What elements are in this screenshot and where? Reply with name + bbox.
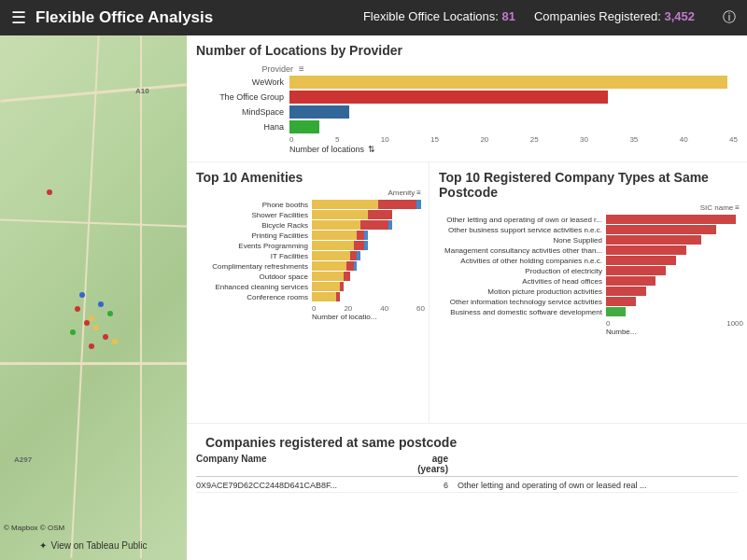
company-bar-row: Activities of head offices bbox=[433, 276, 743, 286]
amenities-chart-inner: Amenity ≡ Phone booths Shower Facilities… bbox=[187, 189, 429, 321]
amenity-blue bbox=[416, 200, 422, 209]
charts-panel: Number of Locations by Provider Provider… bbox=[187, 35, 747, 560]
amenity-yellow bbox=[312, 220, 360, 230]
amenity-red bbox=[344, 272, 350, 281]
amenity-yellow bbox=[312, 292, 336, 301]
amenity-yellow bbox=[312, 241, 354, 250]
provider-track bbox=[289, 91, 738, 104]
col-header-type bbox=[458, 454, 738, 474]
company-type-name: Activities of other holding companies n.… bbox=[433, 257, 606, 265]
amenity-yellow bbox=[312, 210, 368, 219]
map-dot bbox=[75, 306, 80, 312]
amenity-axis-label: Number of locatio... bbox=[312, 313, 425, 321]
amenity-track bbox=[312, 220, 425, 230]
amenity-name: IT Facilities bbox=[190, 252, 312, 260]
main-layout: A10 A297 © Mapbox © OSM ✦ View on Tablea… bbox=[0, 35, 747, 560]
map-label-a10: A10 bbox=[135, 87, 149, 95]
company-type-name: None Supplied bbox=[433, 236, 606, 245]
map-dot bbox=[107, 311, 113, 316]
info-icon[interactable]: ⓘ bbox=[723, 9, 736, 26]
amenity-header: Amenity ≡ bbox=[190, 189, 425, 197]
company-bar-row: Management consultancy activities other … bbox=[433, 245, 743, 255]
map-road bbox=[0, 362, 187, 365]
company-bar-row: Motion picture production activities bbox=[433, 287, 743, 296]
company-track bbox=[606, 276, 743, 286]
amenity-name: Enhanced cleaning services bbox=[190, 283, 312, 291]
map-dot bbox=[89, 315, 94, 321]
company-red bbox=[606, 266, 666, 275]
map-dot bbox=[103, 334, 108, 340]
company-track bbox=[606, 245, 743, 255]
company-bar-row: Other letting and operating of own or le… bbox=[433, 215, 743, 224]
map-road bbox=[70, 35, 99, 557]
amenity-red bbox=[354, 241, 364, 250]
companies-table-section: Companies registered at same postcode Co… bbox=[187, 424, 747, 497]
amenity-name: Events Programming bbox=[190, 242, 312, 250]
provider-name: Hana bbox=[196, 122, 289, 132]
company-bar-row: Other business support service activitie… bbox=[433, 225, 743, 234]
axis-sort-icon[interactable]: ⇅ bbox=[368, 145, 375, 154]
amenity-red bbox=[357, 231, 363, 240]
company-axis: 01000 bbox=[606, 319, 743, 328]
amenity-name: Printing Facilities bbox=[190, 231, 312, 240]
locations-by-provider-title: Number of Locations by Provider bbox=[187, 35, 747, 62]
amenity-blue bbox=[364, 241, 368, 250]
table-rows: 0X9ACE79D62CC2448D641CAB8F... 6 Other le… bbox=[196, 479, 738, 493]
sic-filter-icon[interactable]: ≡ bbox=[735, 203, 740, 212]
company-type-name: Motion picture production activities bbox=[433, 287, 606, 296]
amenity-bar-row: Shower Facilities bbox=[190, 210, 425, 219]
amenity-red bbox=[336, 292, 340, 301]
amenity-blue bbox=[364, 231, 368, 240]
amenity-filter-icon[interactable]: ≡ bbox=[416, 189, 421, 197]
company-red bbox=[606, 245, 686, 255]
company-red bbox=[606, 215, 736, 224]
locations-bar-chart: Provider ≡ WeWork The Office Group MindS… bbox=[187, 62, 747, 158]
amenity-bar-row: Bicycle Racks bbox=[190, 220, 425, 230]
amenity-yellow bbox=[312, 272, 344, 281]
amenity-bar-row: IT Facilities bbox=[190, 251, 425, 260]
amenity-bar-row: Conference rooms bbox=[190, 292, 425, 301]
map-dot bbox=[93, 325, 99, 330]
map-dot bbox=[112, 339, 118, 344]
company-green bbox=[606, 307, 626, 316]
amenity-track bbox=[312, 292, 425, 301]
amenity-track bbox=[312, 231, 425, 240]
company-track bbox=[606, 235, 743, 245]
company-red bbox=[606, 276, 655, 286]
provider-fill bbox=[289, 105, 349, 119]
company-track bbox=[606, 215, 743, 224]
provider-bar-row: The Office Group bbox=[196, 91, 738, 104]
map-road bbox=[0, 83, 187, 102]
map-background: A10 A297 © Mapbox © OSM ✦ View on Tablea… bbox=[0, 35, 187, 560]
amenity-track bbox=[312, 210, 425, 219]
amenity-bar-row: Printing Facilities bbox=[190, 231, 425, 240]
amenity-bar-row: Events Programming bbox=[190, 241, 425, 250]
map-dot bbox=[79, 292, 85, 298]
provider-bar-row: MindSpace bbox=[196, 105, 738, 119]
map-dot bbox=[70, 329, 76, 335]
provider-header: Provider ≡ bbox=[205, 63, 738, 74]
company-bar-row: None Supplied bbox=[433, 235, 743, 245]
table-row: 0X9ACE79D62CC2448D641CAB8F... 6 Other le… bbox=[196, 479, 738, 493]
tableau-icon: ✦ bbox=[39, 540, 47, 551]
provider-name: The Office Group bbox=[196, 92, 289, 102]
amenity-blue bbox=[357, 251, 360, 260]
amenity-bar-row: Phone booths bbox=[190, 200, 425, 209]
header-stats: Flexible Office Locations: 81 Companies … bbox=[363, 9, 736, 26]
amenity-track bbox=[312, 272, 425, 281]
company-bars: Other letting and operating of own or le… bbox=[433, 215, 743, 316]
provider-fill bbox=[289, 76, 727, 89]
company-red bbox=[606, 225, 716, 234]
middle-row: Top 10 Amenities Amenity ≡ Phone booths … bbox=[187, 162, 747, 424]
company-track bbox=[606, 297, 743, 306]
filter-icon[interactable]: ≡ bbox=[299, 63, 304, 74]
map-dot bbox=[47, 189, 52, 195]
amenity-name: Shower Facilities bbox=[190, 211, 312, 219]
menu-icon[interactable]: ☰ bbox=[11, 7, 26, 28]
view-tableau-link[interactable]: ✦ View on Tableau Public bbox=[0, 540, 187, 551]
amenity-bar-row: Complimentary refreshments bbox=[190, 261, 425, 271]
companies-value: 3,452 bbox=[664, 9, 695, 23]
amenity-red bbox=[346, 261, 353, 271]
amenity-name: Phone booths bbox=[190, 201, 312, 209]
company-track bbox=[606, 287, 743, 296]
